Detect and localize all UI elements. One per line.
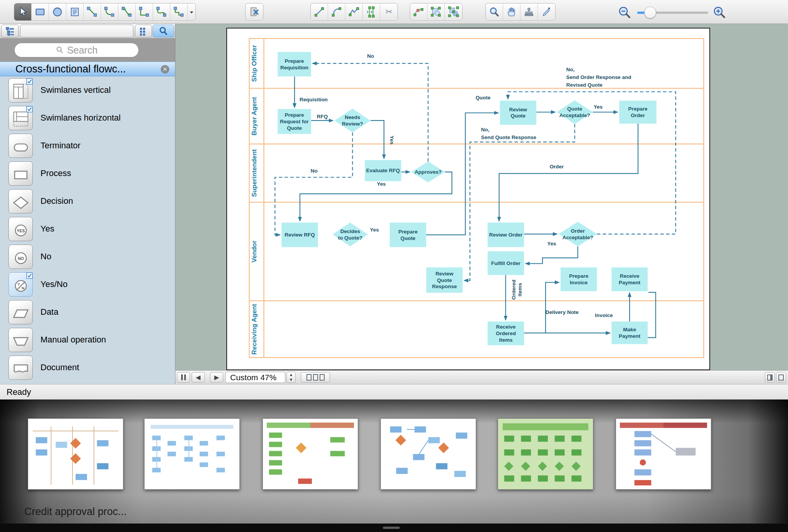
node-review-quote[interactable]: ReviewQuote [500, 101, 537, 125]
shape-combine-tool-button[interactable] [428, 3, 445, 20]
arc-tool-button[interactable] [328, 3, 345, 20]
edge-needs-review-no[interactable] [275, 133, 352, 235]
node-prepare-order[interactable]: PrepareOrder [619, 101, 657, 124]
split-tool-button[interactable]: ✂ [380, 3, 397, 20]
shape-item-decision[interactable]: Decision [0, 187, 175, 215]
node-prepare-quote[interactable]: PrepareQuote [390, 223, 426, 247]
resize-handle[interactable] [383, 527, 400, 529]
thumbnail-6[interactable] [616, 418, 711, 490]
rectangle-tool-button[interactable] [32, 3, 49, 20]
node-prepare-requisition[interactable]: PrepareRequisition [278, 52, 311, 77]
zoom-tool-button[interactable] [486, 3, 503, 20]
shape-item-terminator[interactable]: Terminator [0, 132, 175, 159]
shape-item-swimlanes-vertical[interactable]: Swimlanes vertical [0, 76, 175, 104]
zoom-in-icon[interactable] [712, 5, 726, 19]
node-review-rfq[interactable]: Review RFQ [281, 223, 318, 247]
mirror-tool-button[interactable] [363, 3, 380, 20]
checkbox-icon[interactable] [26, 106, 33, 112]
yes-circle-icon: YES [8, 217, 33, 241]
drawing-canvas[interactable]: Ship OfficerBuyer AgentSuperintendentVen… [175, 24, 788, 370]
select-tool-button[interactable] [14, 3, 32, 20]
connector-smart-tool-button[interactable] [170, 3, 188, 20]
connector-direct-tool-button[interactable] [84, 3, 101, 20]
shape-item-no-circle[interactable]: NO No [0, 243, 175, 270]
node-review-order[interactable]: Review Order [488, 223, 524, 247]
edge-ordered-to-invoice[interactable] [546, 282, 559, 333]
library-grid-view-button[interactable] [135, 25, 152, 37]
pan-tool-button[interactable] [503, 3, 520, 20]
line-tool-button[interactable] [311, 3, 328, 20]
zoom-level-value: Custom 47% [230, 373, 276, 382]
zoom-out-icon[interactable] [618, 5, 631, 19]
connector-arc-tool-button[interactable] [101, 3, 118, 20]
node-decides-to-quote[interactable]: Decidesto Quote? [333, 223, 368, 247]
shape-item-process[interactable]: Process [0, 159, 175, 187]
next-page-button[interactable]: ▶ [210, 372, 223, 383]
shape-item-yes-circle[interactable]: YES Yes [0, 215, 175, 243]
connector-options-dropdown-button[interactable] [188, 3, 195, 20]
node-needs-review[interactable]: NeedsReview? [335, 109, 371, 133]
thumbnail-1[interactable] [28, 418, 123, 490]
edge-needs-review-yes[interactable] [370, 121, 384, 159]
previous-page-button[interactable]: ◀ [192, 372, 205, 383]
checkbox-icon[interactable] [26, 272, 33, 279]
node-quote-acceptable[interactable]: QuoteAcceptable? [557, 100, 593, 124]
connector-curved-tool-button[interactable] [153, 3, 170, 20]
node-review-quote-response[interactable]: ReviewQuoteResponse [426, 267, 463, 293]
thumbnail-5[interactable] [498, 418, 593, 490]
connector-bezier-tool-button[interactable] [118, 3, 136, 20]
zoom-stepper[interactable]: ▲▼ [286, 372, 296, 383]
thumbnail-3[interactable] [263, 418, 358, 490]
edge-label: No, [481, 127, 490, 133]
node-prepare-request-for-quote[interactable]: PrepareRequest forQuote [278, 109, 311, 134]
library-title-bar[interactable]: Cross-functional flowc... ✕ [0, 62, 175, 76]
node-make-payment[interactable]: MakePayment [611, 322, 648, 344]
split-view-button[interactable] [765, 372, 775, 383]
document-page[interactable]: Ship OfficerBuyer AgentSuperintendentVen… [226, 28, 710, 370]
close-icon[interactable]: ✕ [161, 65, 169, 74]
thumbnail-4[interactable] [381, 418, 476, 490]
search-input[interactable]: Search [14, 43, 139, 57]
shape-item-document[interactable]: Document [0, 354, 175, 381]
edge-payment-loop[interactable] [648, 292, 656, 337]
zoom-slider-thumb[interactable] [644, 7, 656, 18]
connector-direct-icon [86, 6, 98, 18]
node-receive-ordered-items[interactable]: ReceiveOrderedItems [488, 322, 524, 346]
shape-item-yes-no-circle[interactable]: YN Yes/No [0, 270, 175, 298]
zoom-level-field[interactable]: Custom 47% [225, 372, 285, 383]
thumbnail-2[interactable] [144, 418, 240, 490]
connector-right-angle-tool-button[interactable] [136, 3, 153, 20]
page-layout-button[interactable] [301, 372, 330, 383]
edge-order-acceptable-yes[interactable] [525, 246, 578, 263]
ellipse-icon [52, 6, 63, 18]
node-approves[interactable]: Approves? [411, 161, 445, 182]
toolbar-group [245, 3, 263, 21]
process-icon [8, 161, 33, 186]
checkbox-icon[interactable] [26, 78, 33, 85]
node-order-acceptable[interactable]: OrderAcceptable? [559, 222, 597, 247]
library-search-button[interactable] [153, 25, 174, 37]
svg-text:Evaluate RFQ: Evaluate RFQ [366, 168, 400, 173]
edge-label: Yes [547, 241, 556, 247]
edge-approves-no[interactable] [313, 64, 428, 162]
shape-item-manual-operation[interactable]: Manual operation [0, 326, 175, 354]
pause-button[interactable] [177, 372, 190, 383]
polyline-tool-button[interactable] [345, 3, 363, 20]
node-fulfill-order[interactable]: Fulfill Order [488, 251, 524, 275]
library-path-field[interactable] [20, 25, 133, 37]
delete-page-tool-button[interactable] [246, 3, 263, 20]
node-receive-payment[interactable]: ReceivePayment [611, 267, 648, 291]
ellipse-tool-button[interactable] [49, 3, 66, 20]
node-prepare-invoice[interactable]: PrepareInvoice [561, 267, 597, 291]
curve-edit-tool-button[interactable] [410, 3, 428, 20]
stamp-tool-button[interactable] [520, 3, 538, 20]
library-tree-button[interactable] [1, 25, 19, 37]
eyedropper-tool-button[interactable] [538, 3, 555, 20]
shape-item-swimlanes-horizontal[interactable]: Swimlanes horizontal [0, 104, 175, 132]
text-tool-button[interactable] [66, 3, 84, 20]
single-view-button[interactable] [776, 372, 786, 383]
shape-group-tool-button[interactable] [445, 3, 462, 20]
shape-item-data[interactable]: Data [0, 298, 175, 326]
node-evaluate-rfq[interactable]: Evaluate RFQ [365, 160, 401, 181]
edge-label: Revised Quote [566, 82, 603, 88]
